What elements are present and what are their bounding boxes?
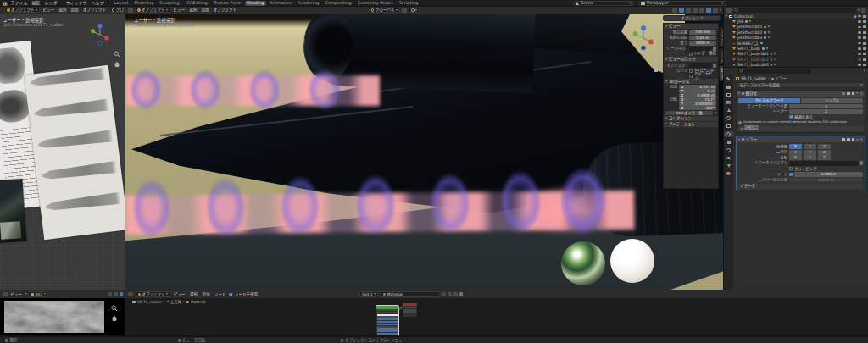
- image-pin-icon[interactable]: [120, 292, 124, 297]
- scene-selector[interactable]: Scene ×: [573, 1, 634, 7]
- menu-view[interactable]: ビュー: [172, 292, 186, 296]
- mirror-axis-x-button[interactable]: X: [789, 144, 802, 149]
- move-view-icon[interactable]: [114, 61, 120, 68]
- sidebar-view-panel-header[interactable]: ▾ビュー: [664, 24, 718, 30]
- shading-material-preview-icon[interactable]: [706, 8, 711, 13]
- render-region-checkbox[interactable]: [689, 53, 693, 56]
- menu-view[interactable]: ビュー: [9, 292, 24, 296]
- render-toggle-icon[interactable]: [852, 138, 855, 141]
- jet-plume-lower[interactable]: [125, 153, 635, 252]
- menu-select[interactable]: 選択: [188, 8, 198, 12]
- mode-dropdown[interactable]: オブジェクト▾: [4, 8, 40, 14]
- workspace-tab-rendering[interactable]: Rendering: [295, 1, 321, 7]
- render-levels-field[interactable]: 2: [789, 109, 863, 114]
- render-visibility-icon[interactable]: [863, 15, 866, 18]
- editor-type-icon[interactable]: [128, 292, 133, 297]
- render-visibility-icon[interactable]: [863, 42, 866, 45]
- eyedropper-icon[interactable]: [713, 64, 716, 68]
- new-material-icon[interactable]: [448, 292, 452, 297]
- workspace-tab-animation[interactable]: Animation: [268, 1, 294, 7]
- shading-wireframe-icon[interactable]: [693, 8, 698, 13]
- view-layer-tab-icon[interactable]: [726, 100, 732, 106]
- open-image-icon[interactable]: [114, 292, 118, 297]
- clip-start-field[interactable]: 0.01 m: [689, 36, 716, 41]
- proportional-edit-dropdown[interactable]: ▾: [409, 8, 420, 14]
- shading-solid-icon[interactable]: [699, 8, 704, 13]
- reference-photo[interactable]: [0, 179, 27, 243]
- navigation-gizmo[interactable]: [632, 24, 654, 53]
- jet-plume-upper[interactable]: [125, 61, 380, 120]
- toggle-xray-icon[interactable]: [686, 8, 691, 13]
- navigation-gizmo[interactable]: [90, 22, 110, 47]
- hide-icon[interactable]: [858, 47, 861, 50]
- focal-length-field[interactable]: 250 mm: [689, 30, 716, 35]
- add-modifier-button[interactable]: モディファイアーを追加▾: [736, 82, 865, 88]
- cursor-rotation-z[interactable]: Z102°: [679, 106, 716, 111]
- move-view-icon[interactable]: [111, 315, 118, 322]
- workspace-tab-modeling[interactable]: Modeling: [132, 1, 156, 7]
- hide-icon[interactable]: [858, 20, 861, 23]
- eyedropper-icon[interactable]: [459, 292, 463, 296]
- outliner-row[interactable]: SR-71_body.003: [724, 63, 868, 68]
- editor-type-icon[interactable]: [3, 292, 8, 297]
- slot-dropdown[interactable]: Slot 1▾: [359, 291, 378, 297]
- bisect-z-button[interactable]: Z: [818, 150, 831, 155]
- particles-tab-icon[interactable]: [726, 139, 732, 145]
- node-canvas[interactable]: SR-71_rudder› 立方体› Material: [125, 298, 868, 336]
- render-visibility-icon[interactable]: [863, 36, 866, 39]
- modifier-close-icon[interactable]: ×: [860, 91, 863, 96]
- outliner-display-mode-icon[interactable]: [726, 8, 732, 13]
- menu-add[interactable]: 追加: [201, 292, 211, 296]
- shader-type-dropdown[interactable]: オブジェクト▾: [136, 291, 170, 297]
- workspace-tab-uv-editing[interactable]: UV Editing: [183, 1, 209, 7]
- fake-user-icon[interactable]: [453, 292, 458, 297]
- use-nodes-checkbox[interactable]: [229, 293, 232, 296]
- modifier-extras-icon[interactable]: ▾: [856, 91, 858, 95]
- hide-icon[interactable]: [858, 36, 861, 39]
- render-visibility-icon[interactable]: [863, 31, 866, 34]
- optimal-display-checkbox[interactable]: [789, 115, 793, 119]
- orientation-dropdown[interactable]: グローバル▾: [109, 8, 125, 14]
- sidebar-collections-header[interactable]: ▸コレクション: [664, 116, 718, 122]
- shading-rendered-icon[interactable]: [713, 8, 718, 13]
- outliner-options-icon[interactable]: [861, 8, 865, 13]
- hide-icon[interactable]: [858, 64, 861, 66]
- edit-mode-toggle-icon[interactable]: [842, 92, 845, 96]
- flip-x-button[interactable]: X: [789, 155, 802, 160]
- tool-tab-icon[interactable]: [726, 76, 732, 82]
- sidebar-view-lock-header[interactable]: ▾ビューのロック: [664, 57, 718, 63]
- workspace-tab-compositing[interactable]: Compositing: [323, 1, 353, 7]
- world-tab-icon[interactable]: [726, 115, 732, 121]
- modifier-close-icon[interactable]: ×: [860, 137, 863, 141]
- breadcrumb-item[interactable]: ミラー: [776, 76, 787, 80]
- zoom-icon[interactable]: [653, 56, 659, 63]
- mirror-axis-y-button[interactable]: Y: [804, 144, 816, 149]
- render-visibility-icon[interactable]: [863, 64, 866, 66]
- zoom-icon[interactable]: [114, 51, 120, 58]
- constraints-tab-icon[interactable]: [726, 155, 732, 161]
- modifiers-tab-icon[interactable]: [724, 131, 733, 137]
- render-visibility-icon[interactable]: [863, 53, 866, 55]
- render-visibility-icon[interactable]: [863, 58, 866, 61]
- object-tab-icon[interactable]: [726, 124, 732, 130]
- image-selector[interactable]: Jet3▾: [28, 291, 47, 297]
- workspace-tab-sculpting[interactable]: Sculpting: [158, 1, 181, 7]
- clip-end-field[interactable]: 1000 m: [689, 41, 716, 46]
- workspace-tab-texture-paint[interactable]: Texture Paint: [211, 1, 242, 7]
- viewport-levels-field[interactable]: 1: [789, 104, 863, 109]
- blender-logo-icon[interactable]: [3, 2, 8, 6]
- rotation-mode-dropdown[interactable]: XYZ オイラー角: [665, 111, 713, 116]
- flip-z-button[interactable]: Z: [818, 155, 831, 160]
- bisect-distance-field[interactable]: 0.001 m: [789, 178, 863, 183]
- outliner-search-input[interactable]: [733, 8, 856, 13]
- menu-window[interactable]: ウィンドウ: [64, 1, 88, 6]
- mode-dropdown[interactable]: オブジェクト▾: [135, 8, 170, 14]
- viewport-left-scene[interactable]: ユーザー・透視投影 (14) Collection | SR-71_rudder: [0, 14, 125, 290]
- menu-add[interactable]: 追加: [70, 8, 80, 12]
- menu-node[interactable]: ノード: [213, 292, 227, 296]
- hide-icon[interactable]: [858, 26, 861, 29]
- editor-type-icon[interactable]: [128, 8, 133, 13]
- menu-select[interactable]: 選択: [188, 292, 198, 296]
- hide-icon[interactable]: [858, 15, 861, 18]
- mirror-object-field[interactable]: [789, 161, 858, 166]
